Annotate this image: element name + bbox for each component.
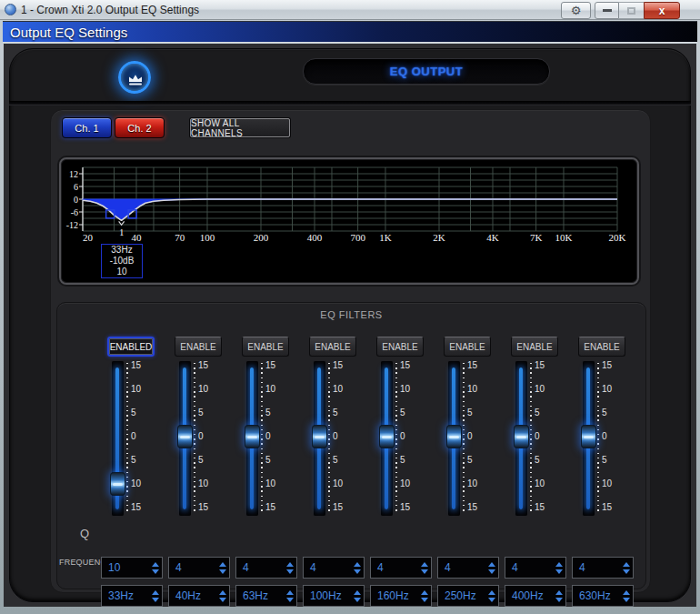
spinner-down-icon[interactable] [286, 598, 294, 602]
spinner-down-icon[interactable] [488, 598, 495, 602]
band-enable-button[interactable]: ENABLE [309, 337, 356, 357]
slider-scale-label: 15 [602, 502, 622, 513]
frequency-spinner[interactable]: 160Hz [370, 585, 432, 607]
slider-scale-label: 15 [333, 502, 353, 513]
spinner-down-icon[interactable] [623, 569, 630, 574]
slider-scale-label: 5 [400, 455, 420, 466]
gears-icon[interactable]: ⚙ [561, 2, 591, 19]
spinner-down-icon[interactable] [219, 569, 226, 574]
minimize-button[interactable] [595, 2, 619, 19]
title-bar[interactable]: 1 - Crown Xti 2.0 Output EQ Settings ⚙ x [0, 0, 700, 20]
spinner-up-icon[interactable] [286, 562, 294, 567]
channel-2-button[interactable]: Ch. 2 [115, 117, 165, 138]
q-spinner[interactable]: 4 [572, 557, 634, 579]
close-button[interactable]: x [644, 2, 680, 19]
spinner-up-icon[interactable] [623, 590, 630, 595]
q-spinner[interactable]: 4 [437, 557, 499, 579]
frequency-spinner[interactable]: 400Hz [505, 585, 566, 607]
slider-scale-label: 10 [535, 384, 555, 395]
frequency-spinner[interactable]: 250Hz [437, 585, 499, 607]
maximize-button[interactable] [619, 2, 644, 19]
spinner-down-icon[interactable] [152, 569, 159, 574]
page-title: Output EQ Settings [3, 25, 127, 40]
slider-scale-label: 15 [535, 502, 555, 513]
frequency-spinner[interactable]: 63Hz [235, 585, 297, 607]
gain-slider-thumb[interactable] [379, 425, 395, 448]
frequency-spinner[interactable]: 100Hz [303, 585, 365, 607]
spinner-up-icon[interactable] [152, 562, 159, 567]
spinner-up-icon[interactable] [555, 590, 563, 595]
svg-text:-12: -12 [66, 220, 78, 230]
band-enable-button[interactable]: ENABLE [444, 337, 491, 357]
spinner-up-icon[interactable] [623, 562, 630, 567]
spinner-down-icon[interactable] [354, 598, 361, 602]
slider-scale-label: 0 [535, 431, 555, 442]
slider-scale-label: 10 [198, 384, 218, 395]
eq-output-label: EQ OUTPUT [390, 65, 463, 78]
spinner-up-icon[interactable] [421, 590, 428, 595]
spinner-up-icon[interactable] [219, 590, 226, 595]
frequency-value: 40Hz [169, 589, 216, 602]
spinner-down-icon[interactable] [152, 598, 159, 602]
spinner-down-icon[interactable] [286, 569, 294, 574]
spinner-down-icon[interactable] [623, 598, 630, 602]
slider-scale-label: 5 [265, 408, 285, 418]
band-enable-button[interactable]: ENABLED [107, 337, 155, 357]
spinner-down-icon[interactable] [354, 569, 361, 574]
svg-text:12: 12 [69, 169, 78, 179]
q-spinner[interactable]: 4 [370, 557, 432, 579]
q-spinner[interactable]: 4 [235, 557, 297, 579]
gain-slider-thumb[interactable] [245, 425, 260, 448]
spinner-up-icon[interactable] [421, 562, 428, 567]
frequency-value: 160Hz [371, 589, 418, 602]
crown-logo-button[interactable] [118, 61, 151, 94]
gain-slider-thumb[interactable] [177, 425, 193, 448]
spinner-up-icon[interactable] [354, 590, 361, 595]
frequency-value: 63Hz [236, 589, 284, 602]
eq-band-column: ENABLE 4 40Hz 15105051015 [168, 337, 230, 575]
frequency-spinner[interactable]: 33Hz [101, 585, 163, 607]
spinner-up-icon[interactable] [488, 590, 495, 595]
gain-slider-thumb[interactable] [446, 425, 462, 448]
band-enable-button[interactable]: ENABLE [578, 337, 625, 357]
band-enable-button[interactable]: ENABLE [376, 337, 424, 357]
eq-band-column: ENABLE 4 63Hz 15105051015 [235, 337, 297, 575]
slider-tick-marks [194, 363, 195, 514]
frequency-value: 250Hz [438, 589, 485, 602]
spinner-up-icon[interactable] [555, 562, 563, 567]
q-spinner[interactable]: 4 [505, 557, 566, 579]
spinner-down-icon[interactable] [421, 598, 428, 602]
spinner-up-icon[interactable] [219, 562, 226, 567]
frequency-spinner[interactable]: 40Hz [168, 585, 230, 607]
band-enable-button[interactable]: ENABLE [511, 337, 558, 357]
frequency-spinner[interactable]: 630Hz [572, 585, 634, 607]
gain-slider-thumb[interactable] [110, 472, 125, 496]
spinner-up-icon[interactable] [488, 562, 495, 567]
spinner-up-icon[interactable] [354, 562, 361, 567]
spinner-down-icon[interactable] [488, 569, 495, 574]
q-row-label: Q [57, 523, 89, 545]
slider-scale-label: 5 [265, 455, 285, 466]
eq-response-graph[interactable]: 1260-6-122040701002004007001K2K4K7K10K20… [59, 157, 639, 285]
frequency-row-label: FREQUENCY [59, 551, 106, 573]
q-spinner[interactable]: 4 [168, 557, 230, 579]
filter-tooltip: 33Hz -10dB 10 [101, 244, 143, 278]
band-enable-button[interactable]: ENABLE [175, 337, 222, 357]
gain-slider-thumb[interactable] [514, 425, 529, 448]
spinner-up-icon[interactable] [286, 590, 294, 595]
q-value: 4 [438, 561, 485, 574]
band-enable-button[interactable]: ENABLE [242, 337, 289, 357]
spinner-up-icon[interactable] [152, 590, 159, 595]
eq-band-column: ENABLED 10 33Hz 15105051015 [101, 337, 163, 575]
gain-slider-thumb[interactable] [312, 425, 327, 448]
q-spinner[interactable]: 10 [101, 557, 163, 579]
q-spinner[interactable]: 4 [303, 557, 365, 579]
gain-slider-thumb[interactable] [581, 425, 596, 448]
spinner-down-icon[interactable] [555, 569, 563, 574]
spinner-down-icon[interactable] [219, 598, 226, 602]
spinner-down-icon[interactable] [555, 598, 563, 602]
app-icon[interactable] [5, 4, 16, 15]
show-all-channels-button[interactable]: SHOW ALL CHANNELS [190, 118, 290, 137]
spinner-down-icon[interactable] [421, 569, 428, 574]
channel-1-button[interactable]: Ch. 1 [62, 117, 112, 138]
